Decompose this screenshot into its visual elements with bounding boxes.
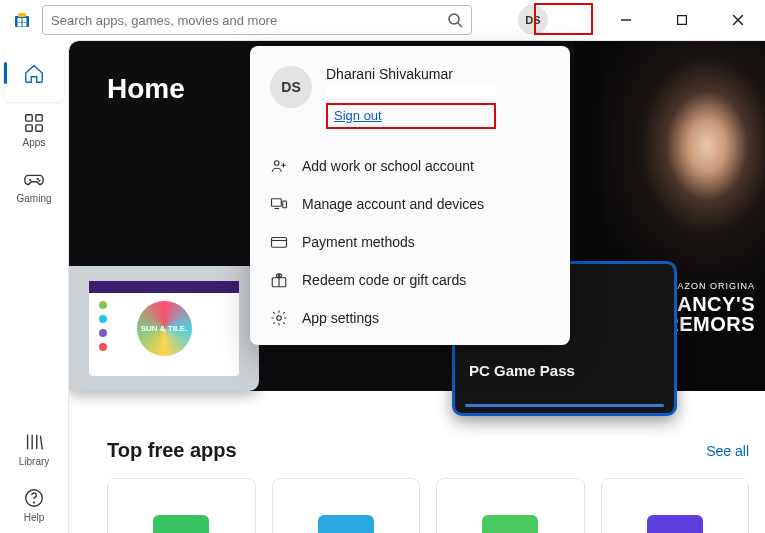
gift-icon bbox=[270, 271, 288, 289]
app-card[interactable] bbox=[601, 478, 750, 533]
account-avatar-button[interactable]: DS bbox=[518, 5, 548, 35]
svg-point-19 bbox=[39, 180, 40, 181]
profile-avatar: DS bbox=[270, 66, 312, 108]
sign-out-link[interactable]: Sign out bbox=[330, 106, 386, 125]
sidebar-item-library[interactable]: Library bbox=[4, 421, 64, 477]
top-free-apps-section: Top free apps See all bbox=[107, 439, 749, 533]
annotation-highlight-signout: Sign out bbox=[326, 103, 496, 129]
svg-rect-15 bbox=[36, 125, 42, 131]
svg-rect-30 bbox=[283, 201, 287, 208]
profile-email-redacted bbox=[326, 85, 496, 98]
microsoft-store-window: DS Home Apps Gaming Library bbox=[0, 0, 765, 533]
gaming-icon bbox=[23, 168, 45, 190]
app-icon bbox=[482, 515, 538, 533]
sidebar-item-apps[interactable]: Apps bbox=[4, 102, 64, 158]
see-all-link[interactable]: See all bbox=[706, 443, 749, 459]
svg-rect-14 bbox=[26, 125, 32, 131]
svg-rect-32 bbox=[272, 238, 287, 248]
svg-rect-1 bbox=[18, 13, 26, 17]
help-icon bbox=[23, 487, 45, 509]
sidebar-item-label: Gaming bbox=[16, 193, 51, 204]
svg-rect-13 bbox=[36, 115, 42, 121]
devices-icon bbox=[270, 195, 288, 213]
svg-point-6 bbox=[449, 14, 459, 24]
menu-item-label: Redeem code or gift cards bbox=[302, 272, 466, 288]
menu-item-redeem-code[interactable]: Redeem code or gift cards bbox=[250, 261, 570, 299]
sidebar-item-label: Help bbox=[24, 512, 45, 523]
card-icon bbox=[270, 233, 288, 251]
menu-item-payment-methods[interactable]: Payment methods bbox=[250, 223, 570, 261]
briefcase-icon bbox=[270, 157, 288, 175]
menu-item-app-settings[interactable]: App settings bbox=[250, 299, 570, 337]
svg-rect-29 bbox=[272, 199, 282, 207]
home-icon bbox=[23, 63, 45, 85]
carousel-indicator bbox=[465, 404, 664, 407]
menu-item-label: App settings bbox=[302, 310, 379, 326]
sidebar: Home Apps Gaming Library Help bbox=[0, 40, 68, 533]
sidebar-item-label: Library bbox=[19, 456, 50, 467]
menu-item-label: Payment methods bbox=[302, 234, 415, 250]
profile-name: Dharani Shivakumar bbox=[326, 66, 496, 82]
app-icon bbox=[153, 515, 209, 533]
sidebar-item-help[interactable]: Help bbox=[4, 477, 64, 533]
titlebar: DS bbox=[0, 0, 765, 40]
app-card[interactable] bbox=[107, 478, 256, 533]
window-maximize-button[interactable] bbox=[659, 4, 705, 36]
app-card[interactable] bbox=[436, 478, 585, 533]
menu-item-label: Add work or school account bbox=[302, 158, 474, 174]
account-menu-list: Add work or school account Manage accoun… bbox=[250, 147, 570, 337]
svg-point-36 bbox=[277, 316, 282, 321]
svg-rect-5 bbox=[23, 23, 27, 27]
window-close-button[interactable] bbox=[715, 4, 761, 36]
search-icon[interactable] bbox=[447, 12, 463, 28]
search-input[interactable] bbox=[51, 13, 447, 28]
app-icon bbox=[318, 515, 374, 533]
svg-point-26 bbox=[275, 161, 280, 166]
sidebar-item-home[interactable]: Home bbox=[4, 46, 64, 102]
swirl-graphic: SUN & TILE. bbox=[137, 301, 192, 356]
app-icon bbox=[647, 515, 703, 533]
profile-row: DS Dharani Shivakumar Sign out bbox=[250, 62, 570, 141]
avatar-initials: DS bbox=[525, 14, 540, 26]
svg-rect-2 bbox=[18, 18, 22, 22]
app-card[interactable] bbox=[272, 478, 421, 533]
svg-rect-12 bbox=[26, 115, 32, 121]
svg-rect-3 bbox=[23, 18, 27, 22]
menu-item-manage-account[interactable]: Manage account and devices bbox=[250, 185, 570, 223]
account-dropdown: DS Dharani Shivakumar Sign out Add work … bbox=[250, 46, 570, 345]
library-icon bbox=[23, 431, 45, 453]
window-minimize-button[interactable] bbox=[603, 4, 649, 36]
svg-point-25 bbox=[34, 502, 35, 503]
apps-icon bbox=[23, 112, 45, 134]
device-screen: SUN & TILE. bbox=[89, 281, 239, 376]
menu-item-add-work-account[interactable]: Add work or school account bbox=[250, 147, 570, 185]
svg-rect-4 bbox=[18, 23, 22, 27]
page-title: Home bbox=[107, 73, 185, 105]
gear-icon bbox=[270, 309, 288, 327]
search-box[interactable] bbox=[42, 5, 472, 35]
store-logo-icon bbox=[12, 10, 32, 30]
section-title: Top free apps bbox=[107, 439, 237, 462]
app-card-row bbox=[107, 478, 749, 533]
svg-rect-0 bbox=[15, 16, 29, 27]
svg-point-18 bbox=[37, 179, 38, 180]
sidebar-item-gaming[interactable]: Gaming bbox=[4, 158, 64, 214]
svg-rect-9 bbox=[678, 16, 687, 25]
menu-item-label: Manage account and devices bbox=[302, 196, 484, 212]
sidebar-item-label: Apps bbox=[23, 137, 46, 148]
promo-card-device[interactable]: SUN & TILE. bbox=[69, 266, 259, 391]
svg-line-23 bbox=[40, 436, 42, 450]
gamepass-label: PC Game Pass bbox=[469, 362, 575, 379]
svg-line-7 bbox=[458, 23, 462, 27]
